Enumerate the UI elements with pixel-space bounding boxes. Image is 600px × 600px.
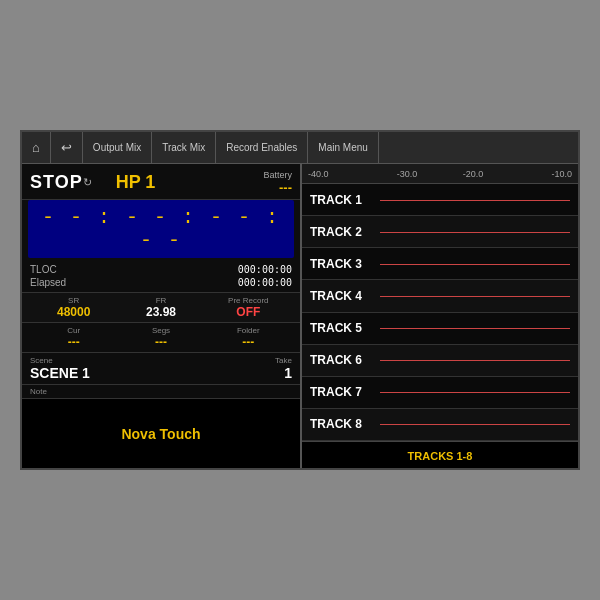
scene-label: Scene [30,356,205,365]
timecode-display: - - : - - : - - : - - [28,200,294,258]
folder-label: Folder [237,326,260,335]
main-window: ⌂ ↩ Output Mix Track Mix Record Enables … [20,130,580,470]
brand-text: Nova Touch [121,426,200,442]
tloc-row: TLOC 000:00:00 [30,264,292,275]
refresh-icon: ↻ [83,176,92,189]
cur-label: Cur [67,326,80,335]
back-icon: ↩ [61,140,72,155]
segs-label: Segs [152,326,170,335]
track-list: TRACK 1TRACK 2TRACK 3TRACK 4TRACK 5TRACK… [302,184,578,441]
track-row[interactable]: TRACK 7 [302,377,578,409]
track-name-4: TRACK 4 [310,289,380,303]
track-row[interactable]: TRACK 5 [302,313,578,345]
track-name-7: TRACK 7 [310,385,380,399]
cur-item: Cur --- [30,326,117,349]
right-footer: TRACKS 1-8 [302,441,578,468]
back-button[interactable]: ↩ [51,132,83,163]
timecode-text: - - : - - : - - : - - [42,206,280,252]
record-enables-label: Record Enables [226,142,297,154]
tloc-label: TLOC [30,264,57,275]
track-line-1 [380,200,570,201]
track-line-7 [380,392,570,393]
pre-record-label: Pre Record [228,296,268,305]
track-line-5 [380,328,570,329]
scene-row: Scene SCENE 1 Take 1 [22,353,300,385]
track-row[interactable]: TRACK 1 [302,184,578,216]
track-name-5: TRACK 5 [310,321,380,335]
track-row[interactable]: TRACK 8 [302,409,578,441]
track-name-1: TRACK 1 [310,193,380,207]
sr-setting: SR 48000 [30,296,117,319]
elapsed-value: 000:00:00 [238,277,292,288]
track-line-4 [380,296,570,297]
elapsed-row: Elapsed 000:00:00 [30,277,292,288]
track-line-2 [380,232,570,233]
main-content: STOP ↻ HP 1 Battery --- - - : - - : - - … [22,164,578,468]
sr-label: SR [68,296,79,305]
track-mix-tab[interactable]: Track Mix [152,132,216,163]
output-mix-tab[interactable]: Output Mix [83,132,152,163]
fr-setting: FR 23.98 [117,296,204,319]
track-bar-8 [380,409,570,440]
track-row[interactable]: TRACK 2 [302,216,578,248]
sr-value: 48000 [57,305,90,319]
fr-value: 23.98 [146,305,176,319]
fr-label: FR [156,296,167,305]
record-enables-tab[interactable]: Record Enables [216,132,308,163]
ruler-mark-1: -40.0 [308,169,374,179]
take-area: Take 1 [205,356,292,381]
track-bar-7 [380,377,570,408]
headphone-label: HP 1 [116,172,156,193]
scene-area: Scene SCENE 1 [30,356,205,381]
pre-record-setting: Pre Record OFF [205,296,292,319]
cur-value: --- [68,335,80,349]
track-bar-4 [380,280,570,311]
folder-value: --- [242,335,254,349]
right-panel: -40.0 -30.0 -20.0 -10.0 TRACK 1TRACK 2TR… [302,164,578,468]
ruler-mark-4: -10.0 [506,169,572,179]
transport-row: STOP ↻ HP 1 Battery --- [22,164,300,200]
ruler-mark-3: -20.0 [440,169,506,179]
segs-item: Segs --- [117,326,204,349]
take-label: Take [205,356,292,365]
track-bar-1 [380,184,570,215]
ruler-mark-2: -30.0 [374,169,440,179]
scene-value: SCENE 1 [30,365,205,381]
track-bar-3 [380,248,570,279]
cur-row: Cur --- Segs --- Folder --- [22,323,300,353]
elapsed-label: Elapsed [30,277,66,288]
note-label: Note [30,387,47,396]
settings-row: SR 48000 FR 23.98 Pre Record OFF [22,293,300,323]
track-bar-5 [380,313,570,344]
track-name-3: TRACK 3 [310,257,380,271]
segs-value: --- [155,335,167,349]
folder-item: Folder --- [205,326,292,349]
main-menu-tab[interactable]: Main Menu [308,132,378,163]
track-bar-6 [380,345,570,376]
track-line-6 [380,360,570,361]
left-panel: STOP ↻ HP 1 Battery --- - - : - - : - - … [22,164,302,468]
tracks-label: TRACKS 1-8 [408,450,473,462]
note-row: Note [22,385,300,399]
main-menu-label: Main Menu [318,142,367,154]
time-rows: TLOC 000:00:00 Elapsed 000:00:00 [22,262,300,293]
brand-row: Nova Touch [22,399,300,468]
tloc-value: 000:00:00 [238,264,292,275]
battery-area: Battery --- [263,170,292,195]
output-mix-label: Output Mix [93,142,141,154]
take-value: 1 [205,365,292,381]
track-line-3 [380,264,570,265]
track-name-8: TRACK 8 [310,417,380,431]
track-row[interactable]: TRACK 3 [302,248,578,280]
battery-label: Battery [263,170,292,180]
stop-button[interactable]: STOP [30,172,83,193]
ruler-bar: -40.0 -30.0 -20.0 -10.0 [302,164,578,184]
home-icon: ⌂ [32,140,40,155]
track-mix-label: Track Mix [162,142,205,154]
home-button[interactable]: ⌂ [22,132,51,163]
nav-bar: ⌂ ↩ Output Mix Track Mix Record Enables … [22,132,578,164]
pre-record-value: OFF [236,305,260,319]
track-row[interactable]: TRACK 6 [302,345,578,377]
track-bar-2 [380,216,570,247]
track-row[interactable]: TRACK 4 [302,280,578,312]
